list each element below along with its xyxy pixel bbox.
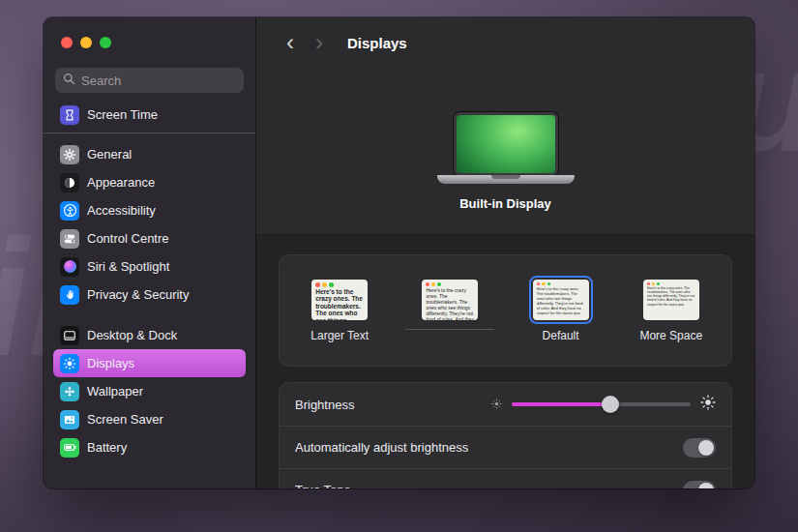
resolution-option-intermediate[interactable]: Here's to the crazy ones. The troublemak… [399, 280, 500, 342]
screen-saver-icon [60, 410, 79, 429]
sidebar-item-label: Control Centre [87, 231, 169, 246]
brightness-high-sun-icon [700, 395, 716, 414]
builtin-display-hero: Built-in Display [256, 68, 754, 234]
minimize-window-button[interactable] [80, 37, 92, 48]
sidebar-item-label: Screen Time [87, 107, 158, 122]
sidebar-item-control-centre[interactable]: Control Centre [53, 224, 246, 252]
sidebar-item-label: Siri & Spotlight [87, 259, 169, 274]
control-centre-icon [60, 229, 79, 249]
auto-brightness-toggle[interactable] [683, 438, 716, 458]
sidebar-item-displays[interactable]: Displays [53, 349, 246, 377]
sidebar-item-general[interactable]: General [53, 140, 246, 168]
true-tone-label: True Tone [295, 483, 351, 488]
auto-brightness-label: Automatically adjust brightness [295, 440, 468, 455]
window-controls [44, 17, 255, 48]
resolution-option-label: Larger Text [310, 329, 369, 342]
resolution-thumbnail[interactable]: Here's to the crazy ones. The troublemak… [422, 280, 478, 320]
macbook-base-image [437, 175, 575, 184]
resolution-thumbnail[interactable]: Here's to the crazy ones. The troublemak… [643, 280, 699, 320]
resolution-option-label: Default [543, 329, 579, 342]
sidebar-item-appearance[interactable]: Appearance [53, 168, 246, 196]
content-header: ‹ › Displays [256, 17, 754, 68]
sidebar-item-wallpaper[interactable]: Wallpaper [53, 377, 246, 405]
main-content: ‹ › Displays Built-in Display [256, 17, 754, 488]
desktop-background: in ou [0, 0, 798, 532]
hand-icon [60, 285, 79, 305]
thumbnail-traffic-dots [315, 282, 364, 287]
brightness-row: Brightness [280, 383, 731, 426]
resolution-thumbnail-selected[interactable]: Here's to the crazy ones. The troublemak… [533, 280, 589, 320]
auto-brightness-row: Automatically adjust brightness [280, 426, 731, 468]
close-window-button[interactable] [61, 37, 73, 48]
desktop-dock-icon [60, 326, 79, 345]
zoom-window-button[interactable] [100, 37, 111, 48]
sidebar: Screen Time General Appearance [44, 17, 256, 488]
sidebar-item-screen-time[interactable]: Screen Time [53, 101, 246, 129]
thumbnail-preview-text: Here's to the crazy ones. The troublemak… [426, 287, 474, 320]
display-name-label: Built-in Display [459, 196, 551, 211]
sidebar-item-desktop-dock[interactable]: Desktop & Dock [53, 321, 246, 349]
search-input[interactable] [81, 74, 236, 88]
screen-time-icon [60, 105, 79, 125]
thumbnail-preview-text: Here's to the crazy ones. The troublemak… [647, 286, 695, 307]
sidebar-item-label: Accessibility [87, 203, 156, 218]
page-title: Displays [347, 35, 407, 51]
thumbnail-preview-text: Here's to the crazy ones. The troublemak… [537, 286, 585, 315]
sidebar-item-battery[interactable]: Battery [53, 433, 246, 461]
sidebar-item-label: Battery [87, 440, 127, 455]
settings-scroll-area[interactable]: Here's to the crazy ones. The troublemak… [256, 235, 754, 488]
true-tone-toggle[interactable] [683, 481, 716, 489]
sidebar-item-label: Screen Saver [87, 412, 163, 427]
sidebar-item-label: Displays [87, 356, 134, 370]
macbook-screen-image [454, 112, 558, 176]
slider-knob[interactable] [602, 396, 619, 413]
back-button[interactable]: ‹ [278, 31, 303, 54]
gear-icon [60, 145, 79, 164]
true-tone-row: True Tone [280, 468, 731, 488]
battery-icon [60, 438, 79, 458]
thumbnail-traffic-dots [537, 282, 585, 286]
sidebar-group-gap [53, 309, 246, 321]
brightness-slider[interactable] [512, 396, 691, 413]
appearance-icon [60, 173, 79, 192]
system-settings-window: Screen Time General Appearance [44, 17, 754, 488]
display-icon [60, 354, 79, 373]
resolution-option-more-space[interactable]: Here's to the crazy ones. The troublemak… [621, 280, 722, 342]
sidebar-nav: Screen Time General Appearance [44, 101, 255, 461]
sidebar-item-privacy-security[interactable]: Privacy & Security [53, 281, 246, 309]
thumbnail-traffic-dots [426, 282, 474, 286]
search-icon [63, 72, 75, 89]
thumbnail-preview-text: Here's to the crazy ones. The troublemak… [315, 288, 364, 320]
thumbnail-traffic-dots [647, 282, 695, 285]
sidebar-item-accessibility[interactable]: Accessibility [53, 196, 246, 224]
resolution-option-label: More Space [639, 329, 702, 342]
sidebar-item-label: Desktop & Dock [87, 328, 177, 342]
sidebar-item-label: Wallpaper [87, 384, 143, 399]
sidebar-item-siri-spotlight[interactable]: Siri & Spotlight [53, 252, 246, 281]
slider-fill [512, 402, 610, 406]
sidebar-item-label: Privacy & Security [87, 287, 189, 302]
forward-button[interactable]: › [307, 31, 332, 54]
sidebar-item-label: General [87, 147, 132, 162]
resolution-picker: Here's to the crazy ones. The troublemak… [279, 254, 732, 367]
sidebar-item-label: Appearance [87, 175, 155, 190]
search-field[interactable] [55, 68, 244, 93]
sidebar-divider [44, 133, 255, 133]
accessibility-icon [60, 201, 79, 221]
brightness-label: Brightness [295, 398, 354, 412]
siri-icon [60, 257, 79, 277]
sidebar-item-screen-saver[interactable]: Screen Saver [53, 405, 246, 433]
brightness-low-sun-icon [491, 396, 502, 413]
resolution-thumbnail[interactable]: Here's to the crazy ones. The troublemak… [311, 280, 368, 320]
resolution-option-larger-text[interactable]: Here's to the crazy ones. The troublemak… [289, 280, 390, 342]
wallpaper-icon [60, 382, 79, 401]
resolution-option-label [405, 329, 494, 342]
resolution-option-default[interactable]: Here's to the crazy ones. The troublemak… [511, 280, 611, 342]
brightness-settings-panel: Brightness [279, 382, 732, 488]
